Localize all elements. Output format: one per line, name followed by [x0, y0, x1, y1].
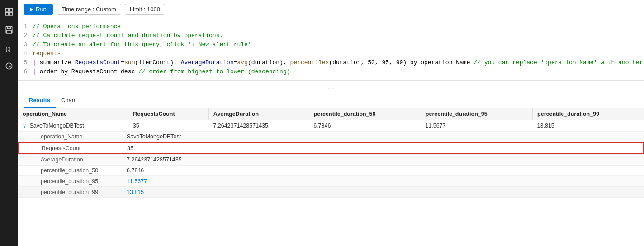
- cell-p50: 6.7846: [309, 120, 421, 132]
- svg-rect-3: [9, 12, 13, 15]
- line-number-2: 2: [18, 33, 33, 39]
- col-header-requests-count: RequestsCount: [128, 108, 209, 120]
- time-range-badge[interactable]: Time range : Custom: [57, 4, 121, 15]
- cell-p95: 11.5677: [421, 120, 532, 132]
- limit-badge[interactable]: Limit : 1000: [125, 4, 165, 15]
- code-content-3: // To create an alert for this query, cl…: [33, 41, 251, 48]
- code-line-1: 1 // Operations performance: [18, 23, 644, 32]
- clock-icon[interactable]: [1, 58, 17, 74]
- svg-rect-6: [6, 30, 11, 33]
- svg-rect-1: [9, 8, 13, 11]
- code-editor[interactable]: 1 // Operations performance 2 // Calcula…: [18, 19, 644, 81]
- line-number-5: 5: [18, 60, 33, 66]
- results-table: operation_Name RequestsCount AverageDura…: [18, 108, 644, 198]
- save-icon[interactable]: [1, 22, 17, 38]
- detail-row-operation-name: operation_Name SaveToMongoDBTest: [18, 132, 644, 142]
- col-header-avg-duration: AverageDuration: [208, 108, 309, 120]
- code-content-2: // Calculate request count and duration …: [33, 32, 223, 39]
- detail-row-p99: percentile_duration_99 13.815: [18, 187, 644, 198]
- results-area: Results Chart operation_Name RequestsCou…: [18, 93, 644, 246]
- detail-value-p95: 11.5677: [122, 176, 644, 187]
- detail-label-p95: percentile_duration_95: [18, 176, 122, 187]
- code-content-6: | order by RequestsCount desc // order f…: [33, 68, 290, 75]
- detail-value-avg-duration: 7.2642371428571435: [122, 155, 644, 165]
- code-line-5: 5 | summarize RequestsCount=sum(itemCoun…: [18, 59, 644, 68]
- svg-text:{;}: {;}: [5, 46, 11, 52]
- table-body: ∨ SaveToMongoDBTest 35 7.264237142857143…: [18, 120, 644, 198]
- code-line-3: 3 // To create an alert for this query, …: [18, 41, 644, 50]
- table-header-row: operation_Name RequestsCount AverageDura…: [18, 108, 644, 120]
- col-header-p95: percentile_duration_95: [421, 108, 532, 120]
- cell-avg-duration: 7.2642371428571435: [208, 120, 309, 132]
- tab-results[interactable]: Results: [24, 93, 56, 108]
- svg-rect-2: [5, 12, 9, 15]
- code-content-4: requests: [33, 50, 61, 57]
- results-table-container[interactable]: operation_Name RequestsCount AverageDura…: [18, 108, 644, 246]
- detail-row-p50: percentile_duration_50 6.7846: [18, 166, 644, 176]
- code-content-5: | summarize RequestsCount=sum(itemCount)…: [33, 59, 643, 66]
- line-number-6: 6: [18, 69, 33, 75]
- code-line-6: 6 | order by RequestsCount desc // order…: [18, 68, 644, 77]
- detail-row-requests-count: RequestsCount 35: [18, 142, 644, 155]
- detail-value-p50: 6.7846: [122, 166, 644, 176]
- detail-row-avg-duration: AverageDuration 7.2642371428571435: [18, 155, 644, 166]
- run-label: Run: [36, 6, 47, 13]
- svg-line-10: [9, 66, 10, 67]
- table-row-main[interactable]: ∨ SaveToMongoDBTest 35 7.264237142857143…: [18, 120, 644, 132]
- code-bracket-icon[interactable]: {;}: [1, 40, 17, 56]
- col-header-operation-name: operation_Name: [18, 108, 128, 120]
- code-line-4: 4 requests: [18, 50, 644, 59]
- detail-row-p95: percentile_duration_95 11.5677: [18, 176, 644, 187]
- detail-value-operation-name: SaveToMongoDBTest: [122, 132, 644, 142]
- tab-chart[interactable]: Chart: [56, 93, 81, 108]
- detail-label-p99: percentile_duration_99: [18, 187, 122, 198]
- ellipsis-divider: ...: [18, 81, 644, 93]
- grid-icon[interactable]: [1, 4, 17, 20]
- detail-label-requests-count: RequestsCount: [19, 143, 123, 154]
- cell-requests-count: 35: [128, 120, 209, 132]
- detail-value-p99: 13.815: [122, 187, 644, 198]
- svg-rect-4: [6, 26, 12, 33]
- toolbar: ▶ Run Time range : Custom Limit : 1000: [18, 0, 644, 19]
- expand-icon[interactable]: ∨: [23, 123, 26, 128]
- detail-value-requests-count: 35: [123, 143, 644, 154]
- col-header-p50: percentile_duration_50: [309, 108, 421, 120]
- line-number-3: 3: [18, 42, 33, 48]
- detail-label-operation-name: operation_Name: [18, 132, 122, 142]
- time-range-label: Time range : Custom: [62, 6, 116, 13]
- line-number-1: 1: [18, 24, 33, 30]
- detail-label-avg-duration: AverageDuration: [18, 155, 122, 165]
- line-number-4: 4: [18, 51, 33, 57]
- sidebar: {;}: [0, 0, 18, 246]
- main-content: ▶ Run Time range : Custom Limit : 1000 1…: [18, 0, 644, 246]
- detail-label-p50: percentile_duration_50: [18, 166, 122, 176]
- svg-rect-0: [5, 8, 9, 11]
- cell-operation-name: ∨ SaveToMongoDBTest: [18, 120, 128, 132]
- col-header-p99: percentile_duration_99: [533, 108, 644, 120]
- tabs-bar: Results Chart: [18, 93, 644, 108]
- cell-p99: 13.815: [533, 120, 644, 132]
- code-line-2: 2 // Calculate request count and duratio…: [18, 32, 644, 41]
- play-icon: ▶: [30, 6, 33, 12]
- limit-label: Limit : 1000: [130, 6, 160, 13]
- code-content-1: // Operations performance: [33, 23, 121, 30]
- run-button[interactable]: ▶ Run: [24, 4, 53, 15]
